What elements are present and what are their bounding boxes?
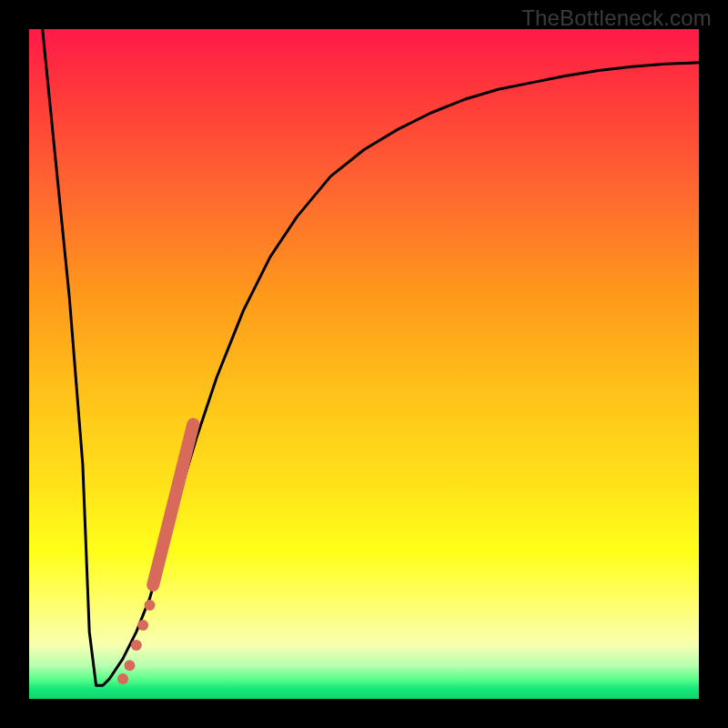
highlight-dot-3 [137,620,148,631]
plot-area [29,29,699,699]
chart-frame: TheBottleneck.com [0,0,728,728]
watermark-text: TheBottleneck.com [521,5,712,31]
highlight-band [153,424,193,585]
main-curve [43,29,699,685]
highlight-dot-1 [124,660,135,671]
highlight-dot-0 [117,673,128,684]
chart-svg [29,29,699,699]
highlight-dot-4 [145,600,156,611]
highlight-dot-2 [131,640,142,651]
